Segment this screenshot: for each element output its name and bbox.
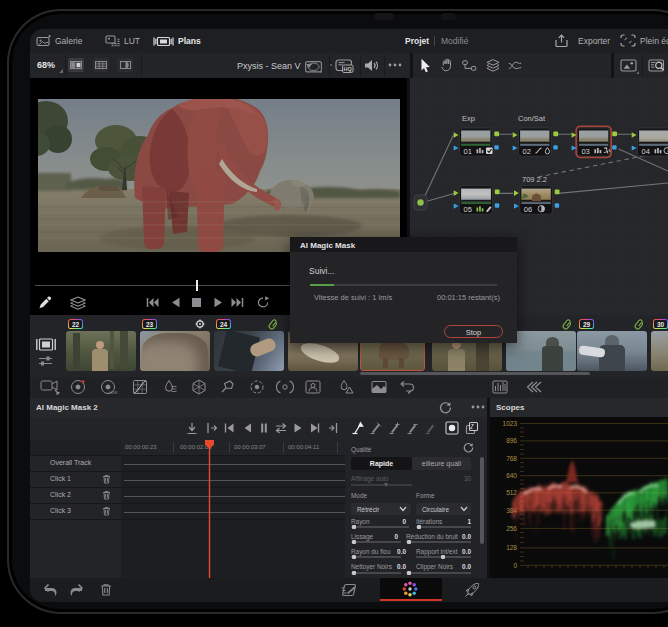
svg-text:640: 640 — [506, 472, 517, 479]
svg-text:03: 03 — [581, 147, 589, 156]
svg-text:02: 02 — [523, 147, 531, 156]
svg-text:896: 896 — [506, 437, 517, 444]
svg-text:06: 06 — [524, 205, 532, 214]
svg-text:01: 01 — [464, 147, 472, 156]
svg-text:1023: 1023 — [503, 420, 518, 427]
svg-text:HDR: HDR — [109, 390, 118, 395]
svg-text:04: 04 — [642, 147, 650, 156]
svg-text:Con/Sat: Con/Sat — [518, 114, 546, 123]
svg-text:0: 0 — [513, 562, 517, 569]
svg-text:05: 05 — [464, 205, 472, 214]
svg-text:709 2.2: 709 2.2 — [522, 175, 547, 184]
svg-text:768: 768 — [506, 455, 517, 462]
svg-text:Exp: Exp — [462, 114, 475, 123]
svg-text:128: 128 — [506, 544, 517, 551]
svg-text:HQ: HQ — [344, 66, 353, 72]
